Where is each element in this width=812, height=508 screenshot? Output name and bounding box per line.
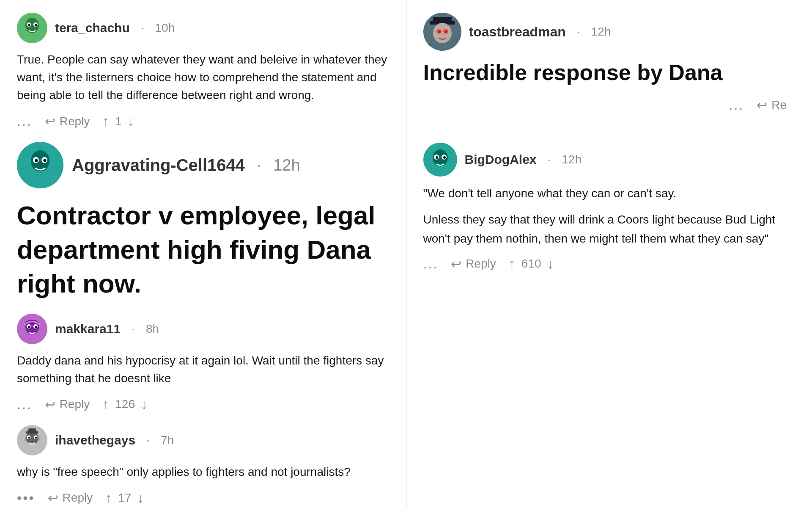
dot-1: · bbox=[141, 21, 144, 35]
downvote-bigdogalex[interactable]: ↓ bbox=[547, 256, 554, 272]
avatar-ihavethegays bbox=[17, 425, 47, 456]
comment-bigdogalex: BigDogAlex · 12h "We don't tell anyone w… bbox=[423, 143, 796, 272]
comment-actions-makkara: ... ↩ Reply ↑ 126 ↓ bbox=[17, 397, 389, 412]
vote-area-makkara: ↑ 126 ↓ bbox=[102, 397, 148, 412]
timestamp-makkara: 8h bbox=[146, 322, 159, 336]
svg-point-5 bbox=[35, 24, 37, 26]
avatar-svg-aggravating bbox=[17, 142, 63, 188]
reply-icon-makkara: ↩ bbox=[45, 397, 55, 412]
comment-body-ihavethegays: why is "free speech" only applies to fig… bbox=[17, 463, 389, 481]
avatar-aggravating bbox=[17, 142, 63, 188]
downvote-1[interactable]: ↓ bbox=[128, 113, 134, 129]
avatar-svg-ihavethegays bbox=[17, 425, 47, 456]
vote-area-1: ↑ 1 ↓ bbox=[102, 113, 134, 129]
vote-count-1: 1 bbox=[115, 115, 122, 128]
more-options-toastbreadman[interactable]: ... bbox=[729, 97, 744, 113]
username-makkara[interactable]: makkara11 bbox=[55, 322, 121, 336]
reply-button-1[interactable]: ↩ Reply bbox=[45, 114, 90, 129]
more-options-bigdogalex[interactable]: ... bbox=[423, 256, 439, 272]
comment-actions-1: ... ↩ Reply ↑ 1 ↓ bbox=[17, 113, 389, 129]
downvote-ihavethegays[interactable]: ↓ bbox=[137, 490, 144, 506]
comment-tera-chachu: tera_chachu · 10h True. People can say w… bbox=[17, 13, 389, 129]
vote-count-ihavethegays: 17 bbox=[118, 491, 131, 505]
upvote-makkara[interactable]: ↑ bbox=[102, 397, 109, 412]
svg-rect-7 bbox=[31, 18, 33, 21]
svg-point-21 bbox=[35, 326, 37, 328]
timestamp-aggravating: 12h bbox=[273, 156, 300, 174]
right-column: toastbreadman · 12h Incredible response … bbox=[406, 0, 812, 508]
avatar-svg-toastbreadman bbox=[423, 13, 461, 51]
username-bigdogalex[interactable]: BigDogAlex bbox=[465, 152, 537, 167]
reply-label-makkara: Reply bbox=[60, 398, 90, 411]
more-options-ihavethegays[interactable]: ••• bbox=[17, 490, 35, 506]
avatar-svg-bigdogalex bbox=[423, 143, 457, 177]
left-column: tera_chachu · 10h True. People can say w… bbox=[0, 0, 406, 508]
username-aggravating[interactable]: Aggravating-Cell1644 bbox=[72, 156, 245, 175]
svg-point-13 bbox=[44, 159, 47, 162]
comment-header-ihavethegays: ihavethegays · 7h bbox=[17, 425, 389, 456]
svg-point-37 bbox=[445, 30, 447, 33]
comment-makkara11: makkara11 · 8h Daddy dana and his hypocr… bbox=[17, 314, 389, 412]
comment-header-aggravating: Aggravating-Cell1644 · 12h bbox=[17, 142, 389, 188]
svg-point-43 bbox=[443, 156, 446, 159]
reply-label-toastbreadman: Re bbox=[771, 98, 787, 112]
avatar-bigdogalex bbox=[423, 143, 457, 177]
vote-area-bigdogalex: ↑ 610 ↓ bbox=[509, 256, 554, 272]
reply-button-toastbreadman[interactable]: ↩ Re bbox=[757, 98, 787, 113]
comment-header-makkara: makkara11 · 8h bbox=[17, 314, 389, 344]
page-container: tera_chachu · 10h True. People can say w… bbox=[0, 0, 812, 508]
timestamp-1: 10h bbox=[155, 21, 175, 35]
comment-actions-ihavethegays: ••• ↩ Reply ↑ 17 ↓ bbox=[17, 490, 389, 506]
vote-count-bigdogalex: 610 bbox=[521, 257, 541, 271]
reply-label-bigdogalex: Reply bbox=[466, 257, 496, 271]
more-options-1[interactable]: ... bbox=[17, 113, 32, 129]
upvote-bigdogalex[interactable]: ↑ bbox=[509, 256, 516, 272]
avatar-toastbreadman bbox=[423, 13, 461, 51]
comment-header-bigdogalex: BigDogAlex · 12h bbox=[423, 143, 796, 177]
username-tera-chachu[interactable]: tera_chachu bbox=[55, 21, 130, 35]
svg-rect-14 bbox=[36, 154, 45, 157]
comment-body-1: True. People can say whatever they want … bbox=[17, 51, 389, 104]
svg-point-26 bbox=[28, 437, 30, 439]
reply-button-makkara[interactable]: ↩ Reply bbox=[45, 397, 90, 412]
reply-label-1: Reply bbox=[60, 115, 90, 128]
avatar-svg-makkara bbox=[17, 314, 47, 344]
toastbreadman-main-text: Incredible response by Dana bbox=[423, 58, 796, 87]
dot-bigdogalex: · bbox=[548, 153, 551, 166]
avatar-svg-1 bbox=[17, 13, 47, 43]
username-ihavethegays[interactable]: ihavethegays bbox=[55, 433, 135, 447]
comment-body-makkara: Daddy dana and his hypocrisy at it again… bbox=[17, 352, 389, 387]
username-toastbreadman[interactable]: toastbreadman bbox=[469, 24, 566, 40]
more-options-makkara[interactable]: ... bbox=[17, 397, 32, 412]
comment-body-bigdogalex-1: "We don't tell anyone what they can or c… bbox=[423, 184, 796, 203]
avatar-tera-chachu bbox=[17, 13, 47, 43]
timestamp-ihavethegays: 7h bbox=[161, 433, 174, 447]
svg-point-4 bbox=[28, 24, 30, 26]
downvote-makkara[interactable]: ↓ bbox=[141, 397, 148, 412]
reply-button-bigdogalex[interactable]: ↩ Reply bbox=[451, 257, 496, 271]
svg-point-27 bbox=[35, 437, 37, 439]
upvote-1[interactable]: ↑ bbox=[102, 113, 109, 129]
reply-icon-bigdogalex: ↩ bbox=[451, 257, 461, 271]
dot-ihavethegays: · bbox=[146, 433, 150, 447]
svg-point-36 bbox=[438, 30, 441, 33]
upvote-ihavethegays[interactable]: ↑ bbox=[105, 490, 112, 506]
svg-rect-45 bbox=[439, 149, 442, 152]
reply-icon-toastbreadman: ↩ bbox=[757, 98, 767, 113]
svg-point-20 bbox=[28, 326, 30, 328]
comment-actions-bigdogalex: ... ↩ Reply ↑ 610 ↓ bbox=[423, 256, 796, 272]
vote-area-ihavethegays: ↑ 17 ↓ bbox=[105, 490, 144, 506]
avatar-makkara bbox=[17, 314, 47, 344]
svg-rect-29 bbox=[28, 428, 36, 433]
comment-header-toastbreadman: toastbreadman · 12h bbox=[423, 13, 796, 51]
svg-rect-15 bbox=[38, 151, 42, 154]
comment-toastbreadman: toastbreadman · 12h Incredible response … bbox=[423, 13, 796, 113]
reply-icon-1: ↩ bbox=[45, 114, 55, 129]
svg-rect-32 bbox=[433, 17, 452, 23]
reply-button-ihavethegays[interactable]: ↩ Reply bbox=[48, 491, 93, 505]
vote-count-makkara: 126 bbox=[115, 398, 135, 411]
comment-ihavethegays: ihavethegays · 7h why is "free speech" o… bbox=[17, 425, 389, 506]
svg-point-12 bbox=[35, 159, 38, 162]
big-comment-text: Contractor v employee, legal department … bbox=[17, 199, 389, 301]
timestamp-toastbreadman: 12h bbox=[591, 25, 611, 39]
